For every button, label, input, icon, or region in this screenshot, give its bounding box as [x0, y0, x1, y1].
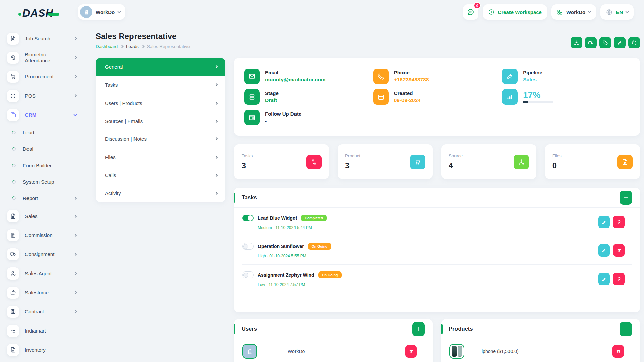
sidebar-item-indiamart[interactable]: Indiamart [7, 321, 84, 340]
delete-task-button[interactable] [613, 216, 625, 228]
sidebar-subitem-label: Deal [23, 146, 33, 152]
delete-task-button[interactable] [613, 244, 625, 257]
delete-product-button[interactable] [612, 345, 624, 358]
task-toggle[interactable] [242, 243, 254, 250]
sidebar-item-crm[interactable]: CRM [7, 105, 84, 124]
followup-value: - [265, 118, 301, 124]
email-label: Email [265, 70, 325, 75]
chevron-down-icon [626, 10, 629, 13]
sidebar-subitem-form-builder[interactable]: Form Builder [7, 157, 84, 174]
sidebar-item-job-search[interactable]: Job Search [7, 29, 84, 48]
sidebar-subitem-lead[interactable]: Lead [7, 124, 84, 141]
sidebar-item-sales[interactable]: Sales [7, 206, 84, 226]
file-text-icon [7, 210, 19, 222]
task-name: Assignment Zephyr Wind [258, 272, 314, 278]
convert-button[interactable] [628, 37, 640, 48]
chevron-right-icon [141, 45, 144, 48]
task-status-badge: On Going [308, 243, 331, 250]
tab-files[interactable]: Files [96, 148, 225, 166]
product-name: iphone ($1,500.0) [482, 349, 519, 354]
tab-sources-emails[interactable]: Sources | Emails [96, 112, 225, 130]
stat-card-product[interactable]: Product 3 [338, 144, 433, 179]
phone-value[interactable]: +16239488788 [394, 77, 429, 83]
tab-calls[interactable]: Calls [96, 166, 225, 184]
sidebar: Job Search Biometric Attendance Procurem… [0, 24, 84, 362]
add-user-button[interactable] [412, 322, 425, 336]
tab-activity[interactable]: Activity [96, 184, 225, 202]
sidebar-subitem-report[interactable]: Report [7, 190, 84, 206]
sidebar-item-biometric-attendance[interactable]: Biometric Attendance [7, 48, 84, 67]
chevron-right-icon [74, 253, 77, 256]
stage-value: Draft [265, 97, 279, 103]
logo-dot-icon [18, 13, 21, 16]
sidebar-item-salesforce[interactable]: Salesforce [7, 283, 84, 302]
ring-dot-icon [11, 179, 16, 184]
add-product-button[interactable] [620, 322, 632, 336]
sidebar-subitem-deal[interactable]: Deal [7, 141, 84, 157]
sidebar-item-label: Biometric Attendance [25, 52, 68, 64]
phone-label: Phone [394, 70, 429, 75]
chevron-right-icon [215, 83, 218, 87]
email-value[interactable]: munuty@mailinator.com [265, 77, 325, 83]
sidebar-item-consignment[interactable]: Consignment [7, 245, 84, 264]
edit-task-button[interactable] [598, 216, 610, 228]
chevron-right-icon [120, 45, 124, 48]
stat-card-tasks[interactable]: Tasks 3 [234, 144, 329, 179]
trash-icon [616, 277, 622, 282]
language-selector[interactable]: EN [600, 4, 634, 20]
add-task-button[interactable] [620, 191, 632, 205]
create-workspace-button[interactable]: Create Workspace [483, 4, 547, 20]
task-toggle[interactable] [242, 272, 254, 278]
sidebar-item-label: Salesforce [25, 290, 49, 296]
app-logo[interactable]: DASH [18, 7, 59, 19]
workspace-switcher[interactable]: WorkDo [551, 4, 596, 20]
sidebar-item-sales-agent[interactable]: Sales Agent [7, 264, 84, 283]
sitemap-icon [574, 40, 579, 46]
pencil-icon [602, 248, 607, 253]
mail-icon [244, 69, 260, 84]
delete-task-button[interactable] [613, 273, 625, 285]
workspace-selector[interactable]: WorkDo [78, 4, 125, 20]
sidebar-item-label: POS [25, 93, 36, 99]
stat-value: 3 [241, 161, 253, 170]
tab-discussion-notes[interactable]: Discussion | Notes [96, 130, 225, 148]
video-call-button[interactable] [585, 37, 597, 48]
created-label: Created [394, 90, 421, 96]
breadcrumb-dashboard[interactable]: Dashboard [96, 44, 118, 49]
stage-field: Stage Draft [244, 87, 372, 106]
sidebar-item-inventory[interactable]: Inventory [7, 340, 84, 359]
tab-general[interactable]: General [96, 58, 225, 76]
sidebar-item-commission[interactable]: Commission [7, 226, 84, 245]
breadcrumb-leads[interactable]: Leads [126, 44, 139, 49]
tab-tasks[interactable]: Tasks [96, 76, 225, 94]
right-column: Email munuty@mailinator.com Stage Draft [234, 58, 640, 362]
sidebar-item-pos[interactable]: POS [7, 86, 84, 105]
task-meta: Medium - 11-10-2024 5:44 PM [258, 225, 327, 230]
breadcrumb: Dashboard Leads Sales Representative [96, 44, 190, 49]
sidebar-subitem-label: Form Builder [23, 163, 52, 168]
task-status-badge: On Going [318, 272, 342, 278]
tab-users-products[interactable]: Users | Products [96, 94, 225, 112]
sidebar-subitem-system-setup[interactable]: System Setup [7, 174, 84, 190]
edit-task-button[interactable] [598, 273, 610, 285]
chevron-right-icon [74, 272, 77, 275]
sidebar-item-contract[interactable]: Contract [7, 302, 84, 321]
chevron-right-icon [74, 291, 77, 294]
tab-label: Activity [105, 190, 121, 196]
label-button[interactable] [599, 37, 611, 48]
messages-button[interactable]: 0 [463, 4, 478, 20]
edit-lead-button[interactable] [614, 37, 626, 48]
stats-row: Tasks 3 Product 3 [234, 144, 640, 179]
sidebar-item-label: Inventory [25, 347, 46, 353]
sidebar-item-procurement[interactable]: Procurement [7, 67, 84, 86]
stat-card-files[interactable]: Files 0 [545, 144, 640, 179]
sitemap-button[interactable] [571, 37, 582, 48]
chevron-right-icon [215, 191, 218, 195]
task-toggle[interactable] [242, 215, 254, 221]
sidebar-item-label: Contract [25, 309, 44, 315]
edit-task-button[interactable] [598, 244, 610, 257]
globe-icon [606, 9, 613, 16]
stat-card-source[interactable]: Source 4 [441, 144, 536, 179]
chevron-right-icon [215, 101, 218, 105]
delete-user-button[interactable] [405, 345, 417, 358]
